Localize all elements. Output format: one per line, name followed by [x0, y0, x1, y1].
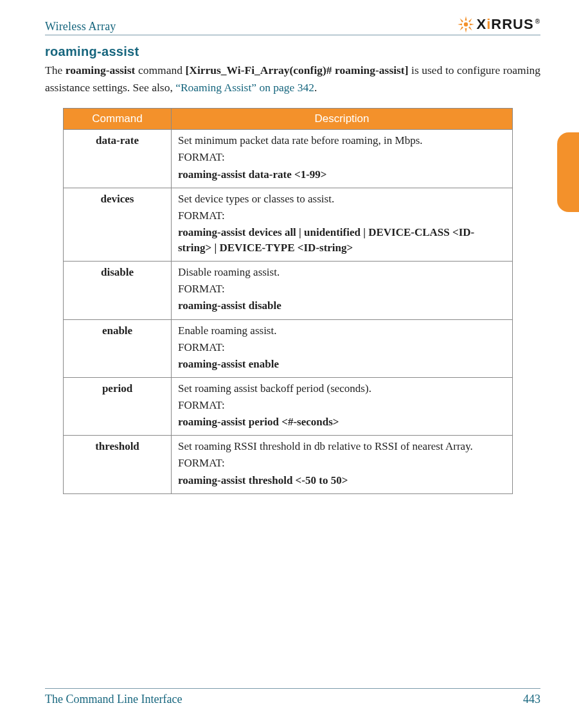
format-label: FORMAT: [178, 208, 506, 224]
table-row: enable Enable roaming assist. FORMAT: ro… [64, 319, 513, 377]
cmd-syntax: roaming-assist data-rate <1-99> [178, 167, 506, 182]
cmd-name: data-rate [64, 130, 172, 188]
desc-text: Disable roaming assist. [178, 265, 506, 280]
cmd-description: Set roaming RSSI threshold in db relativ… [172, 436, 513, 493]
cmd-description: Set roaming assist backoff period (secon… [172, 377, 513, 435]
table-row: devices Set device types or classes to a… [64, 188, 513, 262]
format-label: FORMAT: [178, 150, 506, 165]
cmd-description: Set minimum packet data rate before roam… [172, 130, 513, 188]
page-footer: The Command Line Interface 443 [45, 688, 540, 706]
cmd-name: devices [64, 188, 172, 262]
cmd-syntax: roaming-assist period <#-seconds> [178, 414, 506, 430]
page-number: 443 [523, 693, 540, 706]
table-row: threshold Set roaming RSSI threshold in … [64, 436, 513, 493]
format-label: FORMAT: [178, 281, 506, 297]
cmd-description: Disable roaming assist. FORMAT: roaming-… [172, 262, 513, 319]
cmd-syntax: roaming-assist disable [178, 298, 506, 314]
cmd-name: disable [64, 262, 172, 319]
table-row: data-rate Set minimum packet data rate b… [64, 130, 513, 188]
cmd-syntax: roaming-assist devices all | unidentifie… [178, 225, 506, 256]
desc-text: Enable roaming assist. [178, 323, 506, 339]
intro-prompt: [Xirrus_Wi-Fi_Array(config)# roaming-ass… [185, 64, 408, 76]
logo-i: i [486, 16, 491, 32]
intro-text: command [135, 64, 185, 76]
format-label: FORMAT: [178, 456, 506, 471]
spark-icon [457, 15, 475, 33]
format-label: FORMAT: [178, 340, 506, 355]
cmd-description: Enable roaming assist. FORMAT: roaming-a… [172, 319, 513, 377]
table-row: period Set roaming assist backoff period… [64, 377, 513, 435]
intro-paragraph: The roaming-assist command [Xirrus_Wi-Fi… [45, 62, 540, 96]
desc-text: Set roaming RSSI threshold in db relativ… [178, 439, 506, 454]
table-header-command: Command [64, 109, 172, 130]
svg-point-0 [464, 22, 468, 26]
registered-icon: ® [535, 18, 540, 25]
cmd-name: enable [64, 319, 172, 377]
intro-text: . [314, 81, 317, 94]
format-label: FORMAT: [178, 398, 506, 413]
footer-section: The Command Line Interface [45, 693, 182, 706]
cross-reference-link[interactable]: “Roaming Assist” on page 342 [175, 81, 314, 94]
header-title: Wireless Array [45, 20, 116, 33]
command-table: Command Description data-rate Set minimu… [63, 108, 513, 493]
intro-command-name: roaming-assist [66, 64, 136, 76]
table-row: disable Disable roaming assist. FORMAT: … [64, 262, 513, 319]
page-edge-tab [557, 132, 579, 212]
cmd-name: period [64, 377, 172, 435]
desc-text: Set minimum packet data rate before roam… [178, 133, 506, 148]
brand-logo: XiRRUS® [457, 15, 540, 33]
desc-text: Set roaming assist backoff period (secon… [178, 381, 506, 396]
logo-text: XiRRUS® [476, 16, 540, 33]
section-heading: roaming-assist [45, 44, 540, 59]
cmd-description: Set device types or classes to assist. F… [172, 188, 513, 262]
page-header: Wireless Array [45, 15, 540, 35]
cmd-syntax: roaming-assist threshold <-50 to 50> [178, 473, 506, 488]
intro-text: The [45, 64, 66, 76]
desc-text: Set device types or classes to assist. [178, 191, 506, 207]
cmd-syntax: roaming-assist enable [178, 357, 506, 372]
table-header-description: Description [172, 109, 513, 130]
cmd-name: threshold [64, 436, 172, 493]
